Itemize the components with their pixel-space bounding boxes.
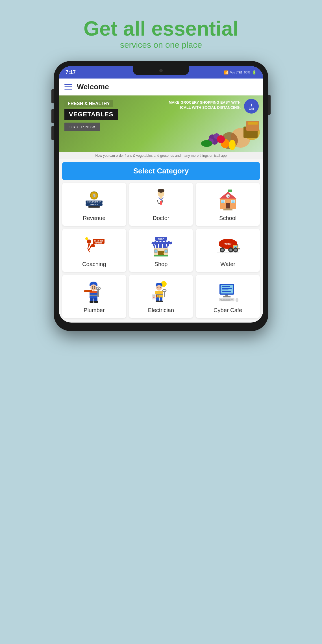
svg-rect-125: [221, 300, 230, 301]
svg-rect-90: [90, 301, 93, 303]
svg-rect-48: [91, 244, 95, 247]
subtitle-green: services: [120, 40, 151, 49]
svg-rect-121: [223, 299, 225, 300]
svg-text:SHOP: SHOP: [158, 238, 164, 240]
category-card-electrician[interactable]: Electrician: [129, 275, 193, 318]
svg-point-71: [229, 249, 232, 251]
banner-veg-label: VEGETABLES: [64, 109, 118, 120]
hamburger-line-1: [64, 84, 72, 85]
heading-part2: essential: [151, 17, 238, 40]
category-label-plumber: Plumber: [84, 307, 105, 314]
category-label-coaching: Coaching: [82, 261, 106, 267]
camera-dot: [159, 69, 163, 72]
school-icon: [215, 188, 241, 211]
select-category-header: Select Category: [62, 162, 260, 180]
svg-rect-58: [155, 250, 157, 253]
svg-rect-115: [222, 290, 229, 290]
revenue-icon: 🏛️ DEPARTMENT OF REVENUE: [81, 188, 107, 211]
svg-point-8: [201, 140, 212, 147]
svg-text:🏛️: 🏛️: [92, 194, 96, 197]
water-icon: Water: [215, 234, 241, 257]
category-card-school[interactable]: School: [196, 183, 260, 226]
category-card-doctor[interactable]: Doctor: [129, 183, 193, 226]
svg-point-79: [94, 286, 95, 288]
status-icons: 📶 Voo LTE1 90% 🔋: [224, 70, 256, 75]
svg-point-9: [217, 135, 225, 143]
electrician-icon: [148, 280, 174, 303]
svg-rect-113: [222, 286, 230, 287]
battery-icon: 🔋: [252, 70, 256, 75]
svg-text:CLASSES: CLASSES: [95, 242, 102, 244]
category-card-revenue[interactable]: 🏛️ DEPARTMENT OF REVENUE Revenue: [62, 183, 126, 226]
svg-text:REVENUE: REVENUE: [90, 204, 98, 206]
svg-rect-46: [223, 209, 232, 210]
svg-rect-124: [231, 299, 233, 300]
category-label-revenue: Revenue: [83, 215, 105, 221]
promo-banner: FRESH & HEALTHY VEGETABLES ORDER NOW MAK…: [59, 95, 263, 152]
svg-rect-22: [88, 206, 100, 208]
svg-rect-114: [222, 288, 232, 289]
subtitle-rest: on one place: [151, 40, 202, 49]
svg-rect-106: [156, 301, 159, 302]
category-label-water: Water: [220, 261, 235, 267]
svg-point-69: [221, 249, 224, 251]
battery-text: 90%: [244, 71, 250, 74]
status-time: 7:17: [66, 69, 76, 75]
signal-text: Voo LTE1: [230, 71, 242, 74]
category-card-shop[interactable]: SHOP: [129, 229, 193, 272]
phone-notch: [133, 66, 189, 75]
svg-point-10: [229, 140, 236, 150]
wifi-icon: 📶: [224, 70, 229, 75]
heading-part1: Get all: [84, 17, 151, 40]
plumber-icon: [81, 280, 107, 303]
category-label-cyber-cafe: Cyber Cafe: [214, 307, 242, 314]
category-card-coaching[interactable]: COACHING CLASSES Coaching: [62, 229, 126, 272]
category-card-water[interactable]: Water: [196, 229, 260, 272]
svg-point-47: [87, 240, 91, 243]
category-card-plumber[interactable]: Plumber: [62, 275, 126, 318]
hamburger-line-3: [64, 89, 72, 90]
category-card-cyber-cafe[interactable]: Cyber Cafe: [196, 275, 260, 318]
svg-point-24: [158, 189, 164, 193]
svg-rect-118: [223, 296, 231, 297]
svg-point-77: [90, 284, 97, 291]
svg-rect-87: [84, 290, 92, 292]
svg-rect-34: [226, 203, 230, 209]
svg-rect-33: [228, 190, 232, 192]
heading-subtitle: services on one place: [84, 40, 238, 50]
svg-rect-84: [90, 295, 97, 296]
svg-rect-122: [225, 299, 228, 300]
svg-point-95: [156, 285, 162, 291]
svg-rect-60: [154, 255, 168, 256]
main-heading: Get all essential: [84, 17, 238, 40]
svg-rect-67: [238, 248, 240, 249]
svg-rect-26: [160, 196, 162, 199]
phone-frame: 7:17 📶 Voo LTE1 90% 🔋 Welcome FRESH & HE…: [54, 61, 268, 331]
page-header: Get all essential services on one place: [84, 17, 238, 50]
svg-rect-109: [153, 295, 155, 297]
doctor-icon: [148, 188, 174, 211]
svg-point-73: [234, 249, 237, 251]
coaching-icon: COACHING CLASSES: [81, 234, 107, 257]
svg-point-52: [85, 237, 88, 240]
svg-rect-116: [222, 291, 231, 292]
svg-rect-66: [237, 244, 238, 247]
svg-rect-120: [220, 299, 222, 300]
svg-rect-91: [94, 301, 98, 303]
svg-rect-99: [155, 294, 163, 295]
svg-point-97: [160, 287, 160, 288]
svg-point-96: [157, 287, 158, 288]
hamburger-menu[interactable]: [64, 84, 72, 90]
svg-text:COACHING: COACHING: [94, 240, 103, 242]
phone-screen: 7:17 📶 Voo LTE1 90% 🔋 Welcome FRESH & HE…: [59, 66, 263, 323]
svg-text:DEPARTMENT OF: DEPARTMENT OF: [88, 201, 101, 203]
category-label-shop: Shop: [155, 261, 168, 267]
banner-fresh-label: FRESH & HEALTHY: [64, 100, 113, 107]
svg-rect-28: [160, 201, 162, 205]
banner-content: FRESH & HEALTHY VEGETABLES ORDER NOW: [59, 95, 263, 136]
svg-rect-59: [165, 250, 167, 253]
svg-rect-107: [159, 301, 163, 302]
svg-point-57: [163, 253, 164, 254]
order-now-button[interactable]: ORDER NOW: [64, 123, 100, 131]
shop-icon: SHOP: [148, 234, 174, 257]
